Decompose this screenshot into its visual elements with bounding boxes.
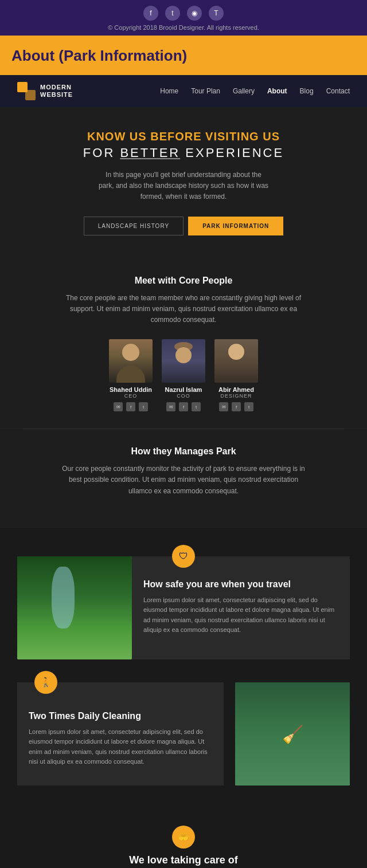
hero-title-gold: KNOW US BEFORE VISITING US: [34, 130, 333, 143]
navbar: MODERN WEBSITE Home Tour Plan Gallery Ab…: [0, 75, 367, 107]
hero-buttons: LANDSCAPE HISTORY PARK INFORMATION: [34, 217, 333, 235]
hero-description: In this page you'll get brief understand…: [97, 170, 270, 203]
feature-card-2: 🚶 Two Times Daily Cleaning Lorem ipsum d…: [17, 682, 350, 785]
hands-icon: 🤲: [172, 826, 195, 849]
email-icon[interactable]: ✉: [219, 402, 228, 411]
hero-underline: BETTER: [120, 146, 180, 160]
member-photo-1: [109, 339, 153, 383]
park-mgmt-section: How they Manages Park Our core people co…: [0, 429, 367, 528]
walking-icon: 🚶: [34, 671, 57, 694]
twitter-icon[interactable]: t: [165, 6, 180, 21]
member-role-1: CEO: [109, 393, 153, 399]
member-photo-2: [162, 339, 205, 383]
cleaner-image: [235, 682, 350, 785]
team-member-2: Nazrul Islam COO ✉ f t: [162, 339, 205, 411]
core-people-title: Meet with Core People: [23, 276, 344, 286]
core-people-section: Meet with Core People The core people ar…: [0, 258, 367, 429]
member-name-2: Nazrul Islam: [162, 386, 205, 393]
feature-content-2: Two Times Daily Cleaning Lorem ipsum dol…: [17, 682, 224, 785]
website-mockup: MODERN WEBSITE Home Tour Plan Gallery Ab…: [0, 75, 367, 868]
page-header: About (Park Information): [0, 36, 367, 75]
feature-title-1: How safe you are when you travel: [143, 579, 338, 590]
park-mgmt-title: How they Manages Park: [23, 446, 344, 457]
instagram-icon[interactable]: ◉: [187, 6, 202, 21]
hero-section: KNOW US BEFORE VISITING US FOR BETTER EX…: [0, 107, 367, 258]
facebook-icon[interactable]: f: [143, 6, 158, 21]
feature-title-3: We love taking care of: [17, 854, 350, 866]
email-icon[interactable]: ✉: [114, 402, 123, 411]
twitter-icon[interactable]: t: [139, 402, 148, 411]
facebook-icon[interactable]: f: [179, 402, 188, 411]
team-member-1: Shahed Uddin CEO ✉ f t: [109, 339, 153, 411]
park-information-button[interactable]: PARK INFORMATION: [188, 217, 283, 235]
feature-card-3: 🤲 We love taking care of: [17, 808, 350, 868]
logo-icon: [17, 82, 36, 100]
member-role-3: DESIGNER: [214, 393, 258, 399]
hero-title-white: FOR BETTER EXPERIENCE: [34, 146, 333, 160]
email-icon[interactable]: ✉: [166, 402, 175, 411]
twitter-icon[interactable]: t: [244, 402, 253, 411]
nav-gallery[interactable]: Gallery: [233, 87, 255, 95]
feature-text-2: Lorem ipsum dolor sit amet, consectetur …: [29, 727, 212, 767]
facebook-icon[interactable]: f: [126, 402, 135, 411]
waterfall-image: [17, 556, 132, 659]
member-name-3: Abir Ahmed: [214, 386, 258, 393]
member-role-2: COO: [162, 393, 205, 399]
landscape-history-button[interactable]: LANDSCAPE HISTORY: [84, 217, 184, 235]
twitter-icon[interactable]: t: [192, 402, 201, 411]
feature-section: 🛡 How safe you are when you travel Lorem…: [0, 528, 367, 868]
feature-content-1: How safe you are when you travel Lorem i…: [132, 556, 350, 659]
nav-home[interactable]: Home: [160, 87, 178, 95]
team-member-3: Abir Ahmed DESIGNER ✉ f t: [214, 339, 258, 411]
member-name-1: Shahed Uddin: [109, 386, 153, 393]
feature-text-1: Lorem ipsum dolor sit amet, consectetur …: [143, 595, 338, 635]
nav-contact[interactable]: Contact: [326, 87, 350, 95]
park-mgmt-desc: Our core people constantly monitor the a…: [57, 464, 310, 497]
tumblr-icon[interactable]: T: [209, 6, 224, 21]
shield-icon: 🛡: [172, 545, 195, 568]
member-socials-1: ✉ f t: [109, 402, 153, 411]
member-photo-3: [214, 339, 258, 383]
nav-tour-plan[interactable]: Tour Plan: [191, 87, 220, 95]
top-footer: f t ◉ T © Copyright 2018 Brooid Designer…: [0, 0, 367, 36]
member-socials-2: ✉ f t: [162, 402, 205, 411]
logo-area: MODERN WEBSITE: [17, 82, 73, 100]
page-title: About (Park Information): [11, 47, 356, 65]
nav-blog[interactable]: Blog: [300, 87, 314, 95]
team-row: Shahed Uddin CEO ✉ f t Nazrul Islam COO …: [23, 339, 344, 411]
facebook-icon[interactable]: f: [232, 402, 241, 411]
feature-title-2: Two Times Daily Cleaning: [29, 711, 212, 721]
logo-text: MODERN WEBSITE: [40, 84, 73, 99]
member-socials-3: ✉ f t: [214, 402, 258, 411]
feature-card-1: 🛡 How safe you are when you travel Lorem…: [17, 556, 350, 659]
nav-about[interactable]: About: [267, 87, 287, 95]
core-people-desc: The core people are the team member who …: [57, 293, 310, 326]
nav-links: Home Tour Plan Gallery About Blog Contac…: [160, 87, 350, 95]
copyright-text: © Copyright 2018 Brooid Designer. All ri…: [0, 24, 367, 31]
social-icons-row: f t ◉ T: [0, 6, 367, 21]
